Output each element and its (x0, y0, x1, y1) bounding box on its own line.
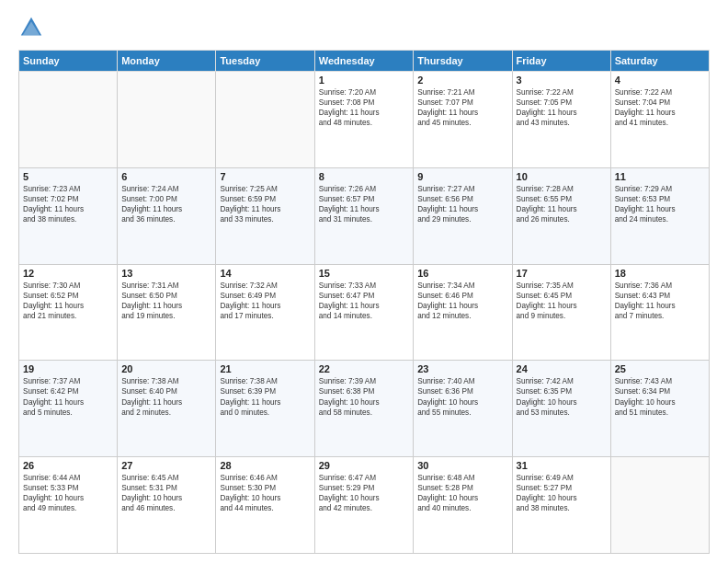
day-number: 23 (417, 363, 507, 374)
day-info: Sunrise: 7:26 AM Sunset: 6:57 PM Dayligh… (319, 184, 409, 224)
day-number: 2 (417, 75, 507, 86)
day-info: Sunrise: 7:27 AM Sunset: 6:56 PM Dayligh… (417, 184, 507, 224)
day-info: Sunrise: 6:49 AM Sunset: 5:27 PM Dayligh… (517, 473, 607, 513)
day-number: 13 (121, 268, 211, 279)
day-number: 28 (220, 460, 310, 471)
day-cell (216, 72, 314, 168)
day-info: Sunrise: 7:33 AM Sunset: 6:47 PM Dayligh… (319, 281, 409, 321)
day-info: Sunrise: 7:30 AM Sunset: 6:52 PM Dayligh… (23, 281, 113, 321)
day-cell: 12Sunrise: 7:30 AM Sunset: 6:52 PM Dayli… (19, 264, 118, 361)
day-cell: 19Sunrise: 7:37 AM Sunset: 6:42 PM Dayli… (19, 361, 118, 457)
day-info: Sunrise: 7:23 AM Sunset: 7:02 PM Dayligh… (23, 184, 113, 224)
day-cell: 26Sunrise: 6:44 AM Sunset: 5:33 PM Dayli… (19, 457, 118, 554)
day-info: Sunrise: 7:25 AM Sunset: 6:59 PM Dayligh… (220, 184, 310, 224)
day-cell: 6Sunrise: 7:24 AM Sunset: 7:00 PM Daylig… (118, 167, 216, 264)
day-info: Sunrise: 7:43 AM Sunset: 6:34 PM Dayligh… (615, 376, 705, 417)
day-number: 1 (319, 75, 409, 86)
day-info: Sunrise: 7:37 AM Sunset: 6:42 PM Dayligh… (23, 376, 113, 417)
day-info: Sunrise: 6:47 AM Sunset: 5:29 PM Dayligh… (319, 473, 409, 513)
day-cell: 17Sunrise: 7:35 AM Sunset: 6:45 PM Dayli… (512, 264, 610, 361)
day-cell: 8Sunrise: 7:26 AM Sunset: 6:57 PM Daylig… (314, 167, 413, 264)
day-info: Sunrise: 7:42 AM Sunset: 6:35 PM Dayligh… (517, 376, 607, 417)
day-number: 20 (121, 363, 211, 374)
day-number: 9 (417, 171, 507, 182)
day-cell: 20Sunrise: 7:38 AM Sunset: 6:40 PM Dayli… (118, 361, 216, 457)
logo (18, 15, 48, 40)
day-info: Sunrise: 7:22 AM Sunset: 7:04 PM Dayligh… (615, 87, 705, 128)
day-number: 29 (319, 460, 409, 471)
day-number: 6 (121, 171, 211, 182)
day-header-tuesday: Tuesday (216, 51, 314, 72)
week-row-1: 1Sunrise: 7:20 AM Sunset: 7:08 PM Daylig… (19, 72, 710, 168)
day-cell: 3Sunrise: 7:22 AM Sunset: 7:05 PM Daylig… (512, 72, 610, 168)
day-cell: 2Sunrise: 7:21 AM Sunset: 7:07 PM Daylig… (414, 72, 512, 168)
day-info: Sunrise: 7:38 AM Sunset: 6:40 PM Dayligh… (121, 376, 211, 417)
page: SundayMondayTuesdayWednesdayThursdayFrid… (0, 0, 728, 563)
week-row-4: 19Sunrise: 7:37 AM Sunset: 6:42 PM Dayli… (19, 361, 710, 457)
day-info: Sunrise: 7:31 AM Sunset: 6:50 PM Dayligh… (121, 281, 211, 321)
day-cell: 24Sunrise: 7:42 AM Sunset: 6:35 PM Dayli… (512, 361, 610, 457)
day-number: 17 (517, 268, 607, 279)
day-info: Sunrise: 7:32 AM Sunset: 6:49 PM Dayligh… (220, 281, 310, 321)
day-cell: 25Sunrise: 7:43 AM Sunset: 6:34 PM Dayli… (610, 361, 709, 457)
day-number: 16 (417, 268, 507, 279)
day-number: 27 (121, 460, 211, 471)
day-cell: 9Sunrise: 7:27 AM Sunset: 6:56 PM Daylig… (414, 167, 512, 264)
day-number: 22 (319, 363, 409, 374)
day-cell: 1Sunrise: 7:20 AM Sunset: 7:08 PM Daylig… (314, 72, 413, 168)
day-cell: 27Sunrise: 6:45 AM Sunset: 5:31 PM Dayli… (118, 457, 216, 554)
day-cell: 16Sunrise: 7:34 AM Sunset: 6:46 PM Dayli… (414, 264, 512, 361)
day-number: 25 (615, 363, 705, 374)
day-cell: 31Sunrise: 6:49 AM Sunset: 5:27 PM Dayli… (512, 457, 610, 554)
day-number: 5 (23, 171, 113, 182)
day-number: 8 (319, 171, 409, 182)
day-info: Sunrise: 7:39 AM Sunset: 6:38 PM Dayligh… (319, 376, 409, 417)
day-info: Sunrise: 7:38 AM Sunset: 6:39 PM Dayligh… (220, 376, 310, 417)
day-info: Sunrise: 7:29 AM Sunset: 6:53 PM Dayligh… (615, 184, 705, 224)
day-cell: 13Sunrise: 7:31 AM Sunset: 6:50 PM Dayli… (118, 264, 216, 361)
header (18, 15, 710, 40)
week-row-2: 5Sunrise: 7:23 AM Sunset: 7:02 PM Daylig… (19, 167, 710, 264)
day-info: Sunrise: 7:21 AM Sunset: 7:07 PM Dayligh… (417, 87, 507, 128)
calendar-table: SundayMondayTuesdayWednesdayThursdayFrid… (18, 50, 710, 554)
day-cell: 7Sunrise: 7:25 AM Sunset: 6:59 PM Daylig… (216, 167, 314, 264)
day-info: Sunrise: 6:46 AM Sunset: 5:30 PM Dayligh… (220, 473, 310, 513)
week-row-3: 12Sunrise: 7:30 AM Sunset: 6:52 PM Dayli… (19, 264, 710, 361)
day-header-thursday: Thursday (414, 51, 512, 72)
day-number: 3 (517, 75, 607, 86)
logo-icon (18, 15, 44, 40)
day-number: 19 (23, 363, 113, 374)
day-info: Sunrise: 7:40 AM Sunset: 6:36 PM Dayligh… (417, 376, 507, 417)
day-number: 24 (517, 363, 607, 374)
day-cell: 10Sunrise: 7:28 AM Sunset: 6:55 PM Dayli… (512, 167, 610, 264)
day-number: 26 (23, 460, 113, 471)
day-number: 4 (615, 75, 705, 86)
day-info: Sunrise: 7:35 AM Sunset: 6:45 PM Dayligh… (517, 281, 607, 321)
day-cell: 4Sunrise: 7:22 AM Sunset: 7:04 PM Daylig… (610, 72, 709, 168)
day-number: 31 (517, 460, 607, 471)
day-number: 21 (220, 363, 310, 374)
day-number: 10 (517, 171, 607, 182)
day-number: 7 (220, 171, 310, 182)
day-header-monday: Monday (118, 51, 216, 72)
day-number: 15 (319, 268, 409, 279)
day-header-friday: Friday (512, 51, 610, 72)
day-cell: 11Sunrise: 7:29 AM Sunset: 6:53 PM Dayli… (610, 167, 709, 264)
day-info: Sunrise: 7:28 AM Sunset: 6:55 PM Dayligh… (517, 184, 607, 224)
day-header-wednesday: Wednesday (314, 51, 413, 72)
week-row-5: 26Sunrise: 6:44 AM Sunset: 5:33 PM Dayli… (19, 457, 710, 554)
day-header-saturday: Saturday (610, 51, 709, 72)
day-header-sunday: Sunday (19, 51, 118, 72)
day-cell: 29Sunrise: 6:47 AM Sunset: 5:29 PM Dayli… (314, 457, 413, 554)
day-cell (118, 72, 216, 168)
day-cell: 21Sunrise: 7:38 AM Sunset: 6:39 PM Dayli… (216, 361, 314, 457)
day-number: 30 (417, 460, 507, 471)
day-info: Sunrise: 6:48 AM Sunset: 5:28 PM Dayligh… (417, 473, 507, 513)
calendar-header-row: SundayMondayTuesdayWednesdayThursdayFrid… (19, 51, 710, 72)
day-info: Sunrise: 7:22 AM Sunset: 7:05 PM Dayligh… (517, 87, 607, 128)
day-info: Sunrise: 7:36 AM Sunset: 6:43 PM Dayligh… (615, 281, 705, 321)
day-info: Sunrise: 6:45 AM Sunset: 5:31 PM Dayligh… (121, 473, 211, 513)
day-cell: 28Sunrise: 6:46 AM Sunset: 5:30 PM Dayli… (216, 457, 314, 554)
day-cell (610, 457, 709, 554)
day-cell: 18Sunrise: 7:36 AM Sunset: 6:43 PM Dayli… (610, 264, 709, 361)
